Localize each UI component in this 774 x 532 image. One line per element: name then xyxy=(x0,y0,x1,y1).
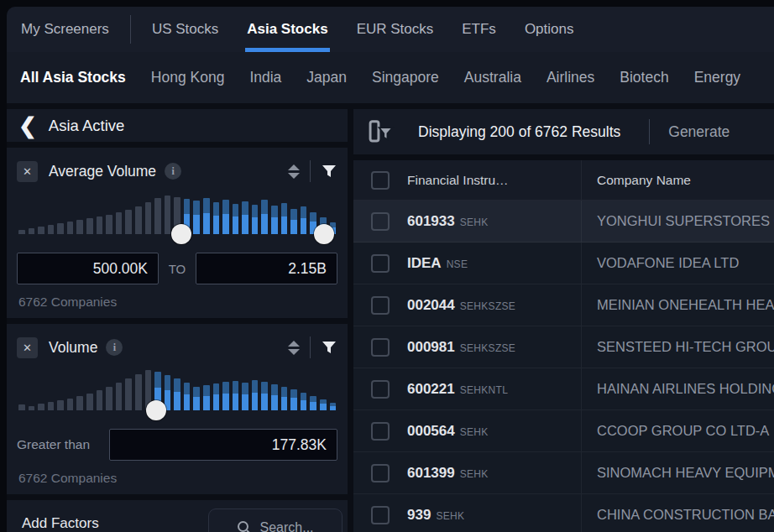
instrument-cell[interactable]: IDEA NSE xyxy=(407,255,581,272)
average-volume-histogram[interactable] xyxy=(18,190,336,243)
ticker-symbol: 000981 xyxy=(407,339,455,356)
screener-title: Asia Active xyxy=(49,117,125,135)
slider-handle[interactable] xyxy=(314,224,334,244)
filter-average-volume: ✕ Average Volume i TO 6762 Companies xyxy=(7,148,348,318)
slider-handle[interactable] xyxy=(171,224,191,244)
instrument-cell[interactable]: 601399 SEHK xyxy=(407,465,581,482)
table-row[interactable]: 939 SEHK CHINA CONSTRUCTION BAN xyxy=(353,494,774,532)
sub-nav-item-airlines[interactable]: Airlines xyxy=(547,69,594,86)
back-icon[interactable]: ❮ xyxy=(18,115,37,137)
histogram-bar xyxy=(135,206,142,234)
company-cell: MEINIAN ONEHEALTH HEALT xyxy=(581,284,774,326)
search-button[interactable]: Search... xyxy=(208,509,343,532)
remove-filter-button[interactable]: ✕ xyxy=(17,161,38,182)
histogram-bar xyxy=(193,387,200,410)
main-area: ❮ Asia Active ✕ Average Volume i xyxy=(7,109,774,532)
sub-nav-item-hong-kong[interactable]: Hong Kong xyxy=(151,69,225,86)
row-checkbox-cell xyxy=(353,422,407,441)
table-row[interactable]: IDEA NSE VODAFONE IDEA LTD xyxy=(353,243,774,284)
histogram-bar xyxy=(106,387,112,410)
row-checkbox[interactable] xyxy=(371,338,390,357)
histogram-bar xyxy=(281,203,288,234)
companies-count: 6762 Companies xyxy=(17,295,337,310)
instrument-cell[interactable]: 601933 SEHK xyxy=(407,213,581,230)
collapse-icon[interactable] xyxy=(288,164,300,179)
company-cell: CHINA CONSTRUCTION BAN xyxy=(581,494,774,532)
instrument-cell[interactable]: 000981 SEHKSZSE xyxy=(407,339,581,356)
remove-filter-button[interactable]: ✕ xyxy=(17,337,38,358)
collapse-icon[interactable] xyxy=(288,341,300,355)
nav-divider xyxy=(130,15,131,44)
ticker-symbol: 939 xyxy=(407,507,431,524)
table-row[interactable]: 000981 SEHKSZSE SENSTEED HI-TECH GROUP xyxy=(353,326,774,368)
instrument-cell[interactable]: 600221 SEHKNTL xyxy=(407,381,581,398)
histogram-bar xyxy=(57,223,64,234)
row-checkbox-cell xyxy=(353,338,407,357)
filter-funnel-icon[interactable] xyxy=(321,163,337,180)
column-header-instrument[interactable]: Financial Instru… xyxy=(407,173,581,188)
divider xyxy=(310,336,311,358)
top-nav-item-etfs[interactable]: ETFs xyxy=(462,7,496,52)
instrument-cell[interactable]: 939 SEHK xyxy=(407,507,581,524)
histogram-bar xyxy=(222,382,229,410)
top-nav-item-my-screeners[interactable]: My Screeners xyxy=(21,7,109,52)
row-checkbox[interactable] xyxy=(371,380,390,399)
histogram-bar xyxy=(106,215,112,234)
filter-name: Average Volume xyxy=(49,163,156,180)
histogram-bar xyxy=(261,382,268,410)
histogram-bar xyxy=(213,383,220,410)
greater-than-input[interactable] xyxy=(109,429,337,461)
exchange-code: SEHKSZSE xyxy=(460,300,515,312)
info-icon[interactable]: i xyxy=(165,163,181,180)
top-nav-item-options[interactable]: Options xyxy=(525,7,574,52)
range-min-input[interactable] xyxy=(17,253,159,284)
table-row[interactable]: 601933 SEHK YONGHUI SUPERSTORES CO xyxy=(353,201,774,243)
exchange-code: SEHKNTL xyxy=(460,384,508,396)
info-icon[interactable]: i xyxy=(106,339,123,356)
row-checkbox[interactable] xyxy=(371,254,390,273)
row-checkbox[interactable] xyxy=(371,464,390,482)
sub-nav-item-singapore[interactable]: Singapore xyxy=(372,69,439,86)
histogram-bar xyxy=(86,218,93,234)
ticker-symbol: 601933 xyxy=(407,213,455,230)
filter-name: Volume xyxy=(49,339,97,357)
instrument-cell[interactable]: 002044 SEHKSZSE xyxy=(407,297,581,314)
top-nav-item-us-stocks[interactable]: US Stocks xyxy=(152,7,218,52)
generate-button[interactable]: Generate xyxy=(668,123,730,141)
instrument-cell[interactable]: 000564 SEHK xyxy=(407,423,581,440)
table-row[interactable]: 000564 SEHK CCOOP GROUP CO LTD-A xyxy=(353,410,774,452)
sub-nav-item-australia[interactable]: Australia xyxy=(464,69,521,86)
histogram-bar xyxy=(76,396,83,410)
sub-nav-item-india[interactable]: India xyxy=(249,69,281,86)
sub-nav-item-biotech[interactable]: Biotech xyxy=(620,69,668,86)
table-row[interactable]: 002044 SEHKSZSE MEINIAN ONEHEALTH HEALT xyxy=(353,284,774,326)
top-nav-item-eur-stocks[interactable]: EUR Stocks xyxy=(357,7,434,52)
company-cell: VODAFONE IDEA LTD xyxy=(581,243,774,284)
top-nav-item-asia-stocks[interactable]: Asia Stocks xyxy=(247,7,327,52)
add-factors-label[interactable]: Add Factors xyxy=(22,515,99,532)
histogram-bar xyxy=(116,383,123,410)
sub-nav-item-japan[interactable]: Japan xyxy=(306,69,347,86)
table-row[interactable]: 600221 SEHKNTL HAINAN AIRLINES HOLDING xyxy=(353,368,774,410)
screener-app: My ScreenersUS StocksAsia StocksEUR Stoc… xyxy=(7,7,774,532)
row-checkbox[interactable] xyxy=(371,212,390,231)
histogram-bar xyxy=(242,201,248,234)
row-checkbox[interactable] xyxy=(371,506,390,524)
row-checkbox-cell xyxy=(353,212,407,231)
sub-nav-item-energy[interactable]: Energy xyxy=(694,69,740,86)
search-button-label: Search... xyxy=(259,520,313,532)
filter-funnel-icon[interactable] xyxy=(321,339,337,356)
slider-handle[interactable] xyxy=(146,400,166,420)
select-all-checkbox[interactable] xyxy=(371,171,390,190)
column-header-company[interactable]: Company Name xyxy=(581,160,774,200)
sub-nav-item-all-asia-stocks[interactable]: All Asia Stocks xyxy=(20,69,126,86)
top-nav: My ScreenersUS StocksAsia StocksEUR Stoc… xyxy=(7,7,774,52)
company-cell: HAINAN AIRLINES HOLDING xyxy=(581,368,774,409)
table-row[interactable]: 601399 SEHK SINOMACH HEAVY EQUIPME xyxy=(353,452,774,494)
histogram-bar xyxy=(252,380,259,410)
row-checkbox[interactable] xyxy=(371,422,390,441)
range-max-input[interactable] xyxy=(196,253,337,284)
volume-histogram[interactable] xyxy=(18,367,336,419)
histogram-bar xyxy=(116,212,123,234)
row-checkbox[interactable] xyxy=(371,296,390,315)
